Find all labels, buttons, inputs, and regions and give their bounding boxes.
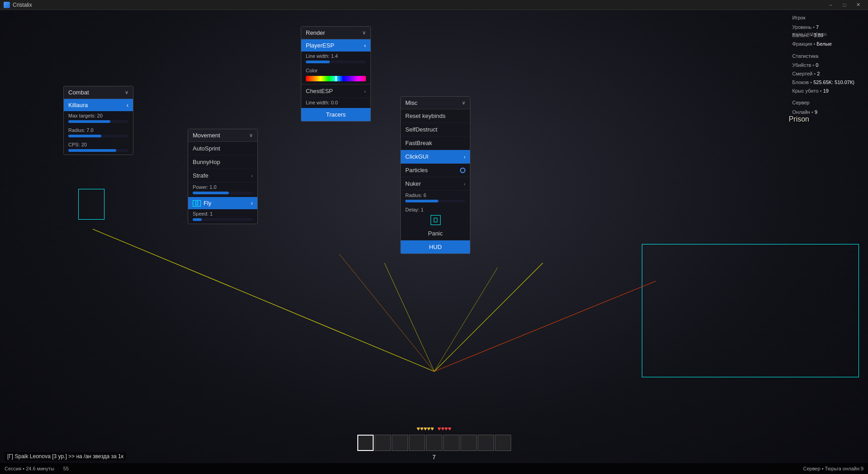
line-width-label: Line width: 1.4 <box>301 52 370 60</box>
max-targets-fill <box>68 120 110 123</box>
kills-row: Убийств • 0 <box>792 61 854 70</box>
server-section-title: Сервер <box>792 99 854 107</box>
cps-label: CPS: 20 <box>64 140 133 148</box>
cps-slider[interactable] <box>68 149 128 152</box>
max-targets-slider[interactable] <box>68 120 128 123</box>
titlebar-left: Cristalix <box>4 2 32 8</box>
hotbar-slot-6[interactable] <box>443 435 460 451</box>
movement-panel-title: Movement <box>193 132 220 139</box>
hotbar-slot-5[interactable] <box>426 435 442 451</box>
color-cursor <box>335 76 337 81</box>
hotbar-slot-2[interactable] <box>375 435 391 451</box>
hotbar-slot-8[interactable] <box>478 435 494 451</box>
fly-item[interactable]: Fly ‹ <box>188 197 257 209</box>
server-text: Сервер • Тюрьга онлайн:9 <box>803 466 863 471</box>
color-label: Color <box>301 66 370 74</box>
autosprint-item[interactable]: AutoSprint <box>188 142 257 155</box>
tracers-button[interactable]: Tracers <box>301 108 370 121</box>
fastbreak-item[interactable]: FastBreak <box>401 136 470 150</box>
misc-panel-arrow: ∨ <box>462 100 465 106</box>
movement-panel-header[interactable]: Movement ∨ <box>188 129 257 142</box>
render-panel-arrow: ∨ <box>362 30 366 36</box>
strafe-item[interactable]: Strafe ‹ <box>188 169 257 183</box>
color-picker[interactable] <box>306 76 366 81</box>
misc-radius-slider[interactable] <box>405 200 465 202</box>
status-bar: Сессия • 24.6 минуты 55 Сервер • Тюрьга … <box>0 463 868 474</box>
stats-section: Статистика Убийств • 0 Смертей • 2 Блоко… <box>792 52 854 95</box>
fps-text: 55 <box>63 466 69 471</box>
level-number: 7 <box>432 454 436 460</box>
killaura-item[interactable]: Killaura ‹ <box>64 99 133 111</box>
radius-label: Radius: 7.0 <box>64 126 133 134</box>
titlebar: Cristalix − □ ✕ <box>0 0 868 10</box>
combat-panel: Combat ∨ Killaura ‹ Max targets: 20 Radi… <box>63 86 133 155</box>
misc-radius-label: Radius: 6 <box>401 191 470 199</box>
particles-item[interactable]: Particles <box>401 164 470 177</box>
bottom-hud: ♥♥♥♥♥ ♥♥♥♥ 7 <box>357 425 511 460</box>
hotbar-slot-4[interactable] <box>409 435 425 451</box>
power-fill <box>193 192 229 194</box>
power-label: Power: 1.0 <box>188 183 257 191</box>
titlebar-title: Cristalix <box>13 2 32 8</box>
stats-section-title: Статистика <box>792 52 854 61</box>
render-panel: Render ∨ PlayerESP ‹ Line width: 1.4 Col… <box>301 26 371 122</box>
speed-fill <box>193 218 202 221</box>
combat-panel-title: Combat <box>68 89 89 96</box>
minimize-button[interactable]: − <box>825 0 837 9</box>
maximize-button[interactable]: □ <box>838 0 851 9</box>
combat-panel-header[interactable]: Combat ∨ <box>64 86 133 99</box>
radius-fill <box>68 135 101 137</box>
player-level-display: ♥♥♥♥♥ ♥♥♥♥ <box>417 425 451 432</box>
movement-panel-arrow: ∨ <box>249 132 253 138</box>
selfdestruct-item[interactable]: SelfDestruct <box>401 123 470 136</box>
clickgui-item[interactable]: ClickGUI ‹ <box>401 150 470 164</box>
faction-row: Фракция • Белые <box>792 40 854 48</box>
speed-label: Speed: 1 <box>188 209 257 217</box>
nuker-item[interactable]: Nuker ‹ <box>401 177 470 191</box>
blocks-row: Блоков • 525.65K: 510.07К) <box>792 78 854 87</box>
close-button[interactable]: ✕ <box>852 0 864 9</box>
misc-panel-title: Misc <box>405 99 417 106</box>
panic-item[interactable]: Panic <box>401 227 470 240</box>
chat-message: [Г] Spaik Leonova [3 ур.] >> на /ан звез… <box>5 452 126 460</box>
titlebar-controls: − □ ✕ <box>825 0 864 9</box>
max-targets-label: Max targets: 20 <box>64 111 133 119</box>
watermark: www.cristalix.ru <box>792 30 854 38</box>
hotbar-slot-7[interactable] <box>460 435 477 451</box>
combat-panel-arrow: ∨ <box>125 89 128 95</box>
cps-fill <box>68 149 116 152</box>
session-text: Сессия • 24.6 минуты <box>5 466 54 471</box>
misc-panel: Misc ∨ Reset keybinds SelfDestruct FastB… <box>400 96 470 254</box>
misc-delay-label: Delay: 1 <box>401 205 470 213</box>
misc-panel-header[interactable]: Misc ∨ <box>401 97 470 109</box>
speed-slider[interactable] <box>193 218 253 221</box>
hotbar-slot-9[interactable] <box>495 435 511 451</box>
hotbar-slot-3[interactable] <box>392 435 408 451</box>
deaths-row: Смертей • 2 <box>792 70 854 78</box>
hud-info: Игрок Уровень • 7 Баланс • 3.89 Фракция … <box>792 14 854 128</box>
reset-keybinds-item[interactable]: Reset keybinds <box>401 109 470 123</box>
render-panel-header[interactable]: Render ∨ <box>301 27 370 39</box>
line-width-fill <box>306 61 330 63</box>
server-section: Сервер Онлайн • 9 <box>792 99 854 116</box>
power-slider[interactable] <box>193 192 253 194</box>
rats-row: Крыс убито • 19 <box>792 87 854 95</box>
line-width-slider[interactable] <box>306 61 366 63</box>
online-row: Онлайн • 9 <box>792 108 854 117</box>
playeresp-item[interactable]: PlayerESP ‹ <box>301 39 370 52</box>
chestesp-item[interactable]: ChestESP ‹ <box>301 84 370 98</box>
hud-button[interactable]: HUD <box>401 240 470 253</box>
radius-slider[interactable] <box>68 135 128 137</box>
render-panel-title: Render <box>306 29 325 36</box>
hotbar-slot-1[interactable] <box>357 435 374 451</box>
player-section-title: Игрок <box>792 14 854 22</box>
hotbar <box>357 435 511 451</box>
movement-panel: Movement ∨ AutoSprint BunnyHop Strafe ‹ … <box>188 129 258 224</box>
particles-indicator <box>460 168 465 173</box>
misc-radius-fill <box>405 200 438 202</box>
chest-line-label: Line width: 0.0 <box>301 98 370 106</box>
app-icon <box>4 2 10 8</box>
bunnyhop-item[interactable]: BunnyHop <box>188 155 257 169</box>
